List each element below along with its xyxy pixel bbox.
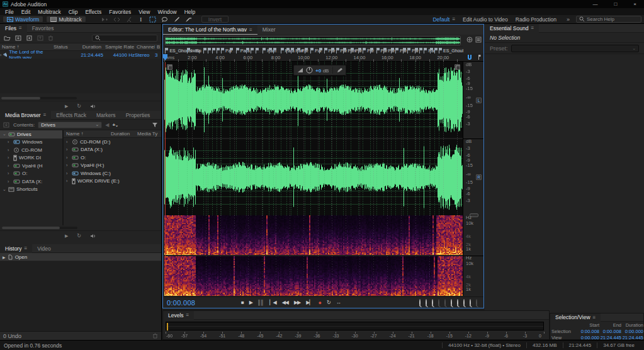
loop-preview-button[interactable]: ↻	[77, 103, 81, 109]
zoom-in-horizontal-button[interactable]	[457, 300, 458, 306]
panel-menu-icon[interactable]: ≡	[43, 111, 47, 120]
spectrogram-left-channel[interactable]	[164, 215, 463, 255]
move-tool[interactable]	[101, 16, 109, 23]
tab-media-browser[interactable]: Media Browser≡	[0, 111, 51, 120]
marker-flag[interactable]	[246, 48, 247, 54]
navigator-icon[interactable]	[466, 37, 473, 43]
media-column-duration[interactable]: Duration	[111, 131, 137, 137]
marker-flag[interactable]	[212, 48, 213, 54]
new-container-icon[interactable]	[26, 35, 33, 41]
minimize-button[interactable]: —	[592, 1, 597, 7]
workspace-tab-default[interactable]: Default≡	[429, 16, 459, 23]
rewind-button[interactable]: ◀◀	[282, 300, 288, 306]
marker-flag[interactable]	[434, 48, 435, 54]
marker-flag[interactable]	[403, 48, 404, 54]
marker-flag[interactable]	[230, 48, 230, 54]
marker-flag[interactable]: Par	[424, 48, 424, 54]
marker-flag[interactable]: Pam	[263, 48, 263, 54]
marquee-selection-tool[interactable]	[149, 16, 157, 23]
marker-flag[interactable]: Para	[281, 48, 281, 54]
files-column-channels[interactable]: Channels	[135, 44, 155, 50]
zoom-out-horizontal-button[interactable]	[451, 300, 452, 306]
media-row-vpahi-h-[interactable]: ›VpaHi (H:)	[64, 162, 161, 170]
marker-flag[interactable]: Par	[324, 48, 325, 54]
overview-strip[interactable]	[163, 35, 483, 47]
skip-to-end-button[interactable]: ▶▏	[306, 300, 312, 306]
menu-window[interactable]: Window	[154, 9, 180, 15]
gain-knob-icon[interactable]	[306, 67, 313, 74]
tree-item-o-[interactable]: ›O:	[0, 170, 62, 178]
time-display[interactable]: 0:00.008	[163, 299, 212, 307]
zoom-in-selection-button[interactable]	[432, 300, 433, 306]
waveform-right-channel[interactable]	[164, 139, 463, 215]
tab-markers[interactable]: Markers	[91, 111, 121, 120]
tree-item-drives[interactable]: ⌄Drives	[0, 130, 62, 138]
marker-flag[interactable]	[415, 48, 415, 54]
marker-flag[interactable]: Pan	[291, 48, 291, 54]
marker-flag[interactable]: Par	[221, 48, 222, 54]
media-row-data-x-[interactable]: ›DATA (X:)	[64, 146, 161, 154]
marker-flag[interactable]	[370, 48, 371, 54]
help-search-input[interactable]	[587, 16, 638, 22]
menu-effects[interactable]: Effects	[81, 9, 105, 15]
corner-grabber[interactable]	[167, 64, 172, 70]
tab-levels[interactable]: Levels ≡	[163, 311, 194, 320]
filter-funnel-icon[interactable]	[152, 122, 158, 128]
tree-item-shortcuts[interactable]: ⌄Shortcuts	[0, 186, 62, 194]
marker-flag[interactable]: Pan	[343, 48, 344, 54]
files-column-bi[interactable]: Bi	[155, 44, 160, 50]
stop-button[interactable]: ■	[241, 300, 244, 306]
marker-flag[interactable]	[391, 48, 392, 54]
tab-effects-rack[interactable]: Effects Rack	[51, 111, 91, 120]
marker-flag[interactable]: Par	[310, 48, 311, 54]
spot-healing-brush-tool[interactable]	[185, 16, 193, 23]
marker-flag[interactable]	[358, 48, 359, 54]
workspace-tab-radio-production[interactable]: Radio Production	[512, 16, 560, 23]
menu-multitrack[interactable]: Multitrack	[34, 9, 64, 15]
razor-tool[interactable]	[125, 16, 133, 23]
marker-pin-icon[interactable]	[477, 54, 481, 60]
marker-flag[interactable]: Par	[351, 48, 351, 54]
marker-flag[interactable]	[256, 48, 256, 54]
marker-flag[interactable]: Par	[363, 48, 363, 54]
import-file-icon[interactable]	[15, 35, 22, 41]
zoom-in-point-button[interactable]	[419, 300, 421, 306]
skip-selection-button[interactable]: ↔	[336, 300, 341, 306]
preview-play-button[interactable]: ▶	[65, 104, 68, 109]
history-entry-open[interactable]: ▶ Open	[0, 253, 161, 261]
slip-tool[interactable]	[113, 16, 121, 23]
marker-flag[interactable]: Par	[336, 48, 337, 54]
panel-menu-icon[interactable]: ≡	[19, 24, 22, 33]
marker-flag[interactable]	[203, 48, 204, 54]
marker-flag[interactable]: ES_Ghoul	[439, 48, 439, 54]
marker-flag[interactable]	[305, 48, 305, 54]
media-row-o-[interactable]: ›O:	[64, 154, 161, 162]
marker-flag[interactable]: Para	[236, 48, 237, 54]
workspace-menu-icon[interactable]: ≡	[452, 16, 455, 22]
media-column-media-ty[interactable]: Media Ty	[137, 131, 161, 137]
files-scrollbar[interactable]	[1, 97, 77, 99]
menu-view[interactable]: View	[135, 9, 154, 15]
multitrack-view-button[interactable]: Multitrack	[46, 16, 86, 23]
menu-favorites[interactable]: Favorites	[105, 9, 135, 15]
panel-menu-icon[interactable]: ≡	[531, 24, 534, 33]
auto-play-speaker-icon[interactable]	[90, 234, 96, 239]
time-selection-tool[interactable]: I	[137, 16, 145, 23]
play-button[interactable]: ▶	[249, 300, 252, 306]
maximize-button[interactable]: □	[614, 1, 617, 7]
marker-flag[interactable]	[251, 48, 251, 54]
help-search-box[interactable]	[576, 16, 641, 23]
close-button[interactable]: ×	[633, 1, 636, 7]
tab-editor[interactable]: Editor: The Lord of the North.wav ≡	[163, 25, 257, 35]
marker-flag[interactable]	[319, 48, 320, 54]
media-row-cd-rom-d-[interactable]: ›CD-ROM (D:)	[64, 138, 161, 146]
overview-waveform[interactable]	[165, 36, 461, 45]
paintbrush-tool[interactable]	[173, 16, 181, 23]
panel-menu-icon[interactable]: ≡	[593, 313, 596, 322]
media-row-windows-c-[interactable]: ›Windows (C:)	[64, 169, 161, 178]
lasso-tool[interactable]	[161, 16, 169, 23]
menu-file[interactable]: File	[1, 9, 18, 15]
marker-flag[interactable]: Par	[407, 48, 408, 54]
files-column-sample-rate[interactable]: Sample Rate	[103, 44, 135, 50]
marker-flag[interactable]: Par	[395, 48, 396, 54]
